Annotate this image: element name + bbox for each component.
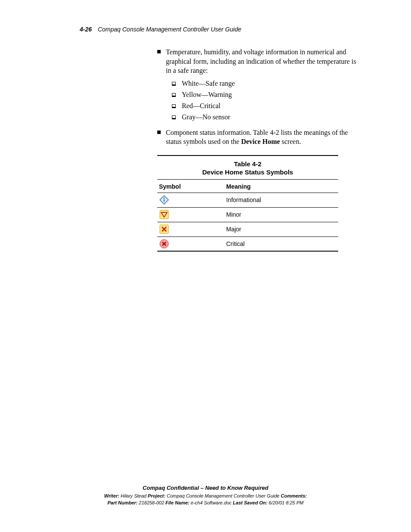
confidential-notice: Compaq Confidential – Need to Know Requi… [0,484,411,492]
meaning-cell: Minor [226,211,338,218]
table-row: Informational [157,193,338,208]
writer-value: Hilary Stead [119,493,148,498]
hollow-bullet-icon [172,104,176,108]
sub-item-red: Red—Critical [172,102,360,110]
partnum-value: 218258-002 [137,500,165,505]
meaning-cell: Informational [226,196,338,203]
table-title: Device Home Status Symbols [202,168,293,176]
bullet-temperature-text: Temperature, humidity, and voltage infor… [166,47,360,75]
sub-item-red-text: Red—Critical [182,102,221,110]
lastsaved-value: 6/20/01 8:25 PM [268,500,304,505]
meaning-cell: Major [226,226,338,233]
symbol-cell-major [157,224,226,234]
svg-point-1 [164,198,165,199]
hollow-bullet-icon [172,115,176,119]
partnum-label: Part Number: [108,500,138,505]
major-icon [159,224,169,234]
page-number: 4-26 [80,26,92,33]
page-footer: Compaq Confidential – Need to Know Requi… [0,484,411,506]
page-header: 4-26 Compaq Console Management Controlle… [80,26,241,33]
sub-item-white-text: White—Safe range [182,80,235,87]
footer-meta-line1: Writer: Hilary Stead Project: Compaq Con… [0,493,411,499]
sub-item-gray-text: Gray—No sensor [182,113,230,121]
table-header-row: Symbol Meaning [157,180,338,193]
status-symbols-table: Table 4-2 Device Home Status Symbols Sym… [157,155,338,252]
main-content: Temperature, humidity, and voltage infor… [157,47,360,252]
critical-icon [159,239,169,249]
table-row: Critical [157,237,338,252]
sub-item-white: White—Safe range [172,80,360,87]
informational-icon [159,195,169,205]
bullet-component-status: Component status information. Table 4-2 … [157,128,360,146]
col-header-meaning: Meaning [226,183,338,190]
bullet-temperature: Temperature, humidity, and voltage infor… [157,47,360,75]
svg-rect-2 [164,199,165,202]
symbol-cell-minor [157,209,226,220]
table-row: Major [157,222,338,237]
col-header-symbol: Symbol [157,183,226,190]
filename-label: File Name: [165,500,190,505]
comments-label: Comments: [281,493,307,498]
meaning-cell: Critical [226,240,338,247]
color-range-list: White—Safe range Yellow—Warning Red—Crit… [157,80,360,121]
table-row: Minor [157,208,338,222]
symbol-cell-informational [157,195,226,205]
sub-item-yellow-text: Yellow—Warning [182,91,232,99]
writer-label: Writer: [104,493,119,498]
table-number: Table 4-2 [157,160,338,168]
bullet2-bold: Device Home [241,138,280,145]
minor-icon [159,209,169,220]
hollow-bullet-icon [172,82,176,86]
header-doc-title: Compaq Console Management Controller Use… [98,26,241,33]
hollow-bullet-icon [172,93,176,97]
bullet-component-status-text: Component status information. Table 4-2 … [166,128,360,146]
bullet2-suffix: screen. [280,138,301,145]
square-bullet-icon [157,50,161,53]
lastsaved-label: Last Saved On: [233,500,268,505]
square-bullet-icon [157,131,161,134]
table-caption: Table 4-2 Device Home Status Symbols [157,156,338,180]
sub-item-yellow: Yellow—Warning [172,91,360,99]
sub-item-gray: Gray—No sensor [172,113,360,121]
filename-value: e-ch4 Software.doc [190,500,233,505]
symbol-cell-critical [157,239,226,249]
project-label: Project: [148,493,165,498]
footer-meta-line2: Part Number: 218258-002 File Name: e-ch4… [0,500,411,506]
project-value: Compaq Console Management Controller Use… [165,493,281,498]
